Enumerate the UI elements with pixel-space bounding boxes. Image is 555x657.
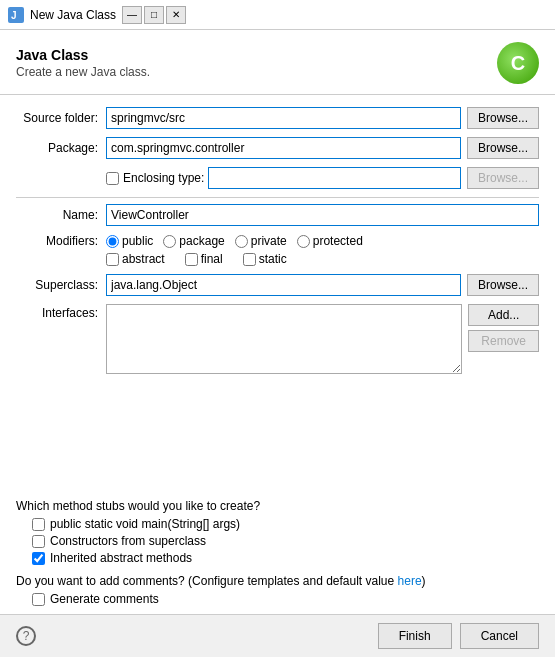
superclass-row: Superclass: Browse... xyxy=(16,274,539,296)
modifier-static[interactable]: static xyxy=(243,252,287,266)
help-button[interactable]: ? xyxy=(16,626,36,646)
spring-logo: C xyxy=(497,42,539,84)
dialog-content: Java Class Create a new Java class. C So… xyxy=(0,30,555,614)
close-button[interactable]: ✕ xyxy=(166,6,186,24)
footer-buttons: Finish Cancel xyxy=(378,623,539,649)
modifiers-options: public package private protected xyxy=(106,234,363,248)
title-bar-controls: — □ ✕ xyxy=(122,6,186,24)
enclosing-type-checkbox[interactable] xyxy=(106,172,119,185)
modifier-static-checkbox[interactable] xyxy=(243,253,256,266)
maximize-button[interactable]: □ xyxy=(144,6,164,24)
method-stubs-section: Which method stubs would you like to cre… xyxy=(0,499,555,574)
interfaces-row: Interfaces: Add... Remove xyxy=(16,304,539,374)
method-stub-constructors-label: Constructors from superclass xyxy=(50,534,206,548)
superclass-input[interactable] xyxy=(106,274,461,296)
finish-button[interactable]: Finish xyxy=(378,623,452,649)
enclosing-type-label: Enclosing type: xyxy=(123,171,204,185)
modifier-final-checkbox[interactable] xyxy=(185,253,198,266)
method-stub-inherited: Inherited abstract methods xyxy=(16,551,539,565)
enclosing-type-row: Enclosing type: Browse... xyxy=(16,167,539,189)
modifier-private-label: private xyxy=(251,234,287,248)
modifier-public-radio[interactable] xyxy=(106,235,119,248)
method-stub-main: public static void main(String[] args) xyxy=(16,517,539,531)
interfaces-label: Interfaces: xyxy=(16,304,106,374)
header-section: Java Class Create a new Java class. C xyxy=(0,30,555,95)
modifier-public-label: public xyxy=(122,234,153,248)
modifier-final-label: final xyxy=(201,252,223,266)
source-folder-row: Source folder: Browse... xyxy=(16,107,539,129)
enclosing-type-input[interactable] xyxy=(208,167,461,189)
modifier-protected[interactable]: protected xyxy=(297,234,363,248)
method-stub-constructors-checkbox[interactable] xyxy=(32,535,45,548)
modifier-protected-label: protected xyxy=(313,234,363,248)
package-input[interactable] xyxy=(106,137,461,159)
modifier-package-radio[interactable] xyxy=(163,235,176,248)
generate-comments-checkbox[interactable] xyxy=(32,593,45,606)
form-section: Source folder: Browse... Package: Browse… xyxy=(0,95,555,499)
modifier-static-label: static xyxy=(259,252,287,266)
method-stub-main-checkbox[interactable] xyxy=(32,518,45,531)
modifier-protected-radio[interactable] xyxy=(297,235,310,248)
comments-question: Do you want to add comments? (Configure … xyxy=(16,574,398,588)
title-bar: J New Java Class — □ ✕ xyxy=(0,0,555,30)
header-title: Java Class xyxy=(16,47,150,63)
source-folder-browse-button[interactable]: Browse... xyxy=(467,107,539,129)
superclass-browse-button[interactable]: Browse... xyxy=(467,274,539,296)
method-stub-main-label: public static void main(String[] args) xyxy=(50,517,240,531)
method-stub-inherited-label: Inherited abstract methods xyxy=(50,551,192,565)
modifier-private-radio[interactable] xyxy=(235,235,248,248)
svg-text:J: J xyxy=(11,10,17,21)
generate-comments-label: Generate comments xyxy=(50,592,159,606)
package-row: Package: Browse... xyxy=(16,137,539,159)
interfaces-add-button[interactable]: Add... xyxy=(468,304,539,326)
method-stubs-question: Which method stubs would you like to cre… xyxy=(16,499,539,513)
header-subtitle: Create a new Java class. xyxy=(16,65,150,79)
cancel-button[interactable]: Cancel xyxy=(460,623,539,649)
name-row: Name: xyxy=(16,204,539,226)
modifier-private[interactable]: private xyxy=(235,234,287,248)
source-folder-label: Source folder: xyxy=(16,111,106,125)
method-stub-constructors: Constructors from superclass xyxy=(16,534,539,548)
enclosing-type-browse-button[interactable]: Browse... xyxy=(467,167,539,189)
modifiers-label: Modifiers: xyxy=(16,234,106,248)
source-folder-input[interactable] xyxy=(106,107,461,129)
interfaces-remove-button[interactable]: Remove xyxy=(468,330,539,352)
modifier-abstract[interactable]: abstract xyxy=(106,252,165,266)
name-input[interactable] xyxy=(106,204,539,226)
modifier-final[interactable]: final xyxy=(185,252,223,266)
modifier-package[interactable]: package xyxy=(163,234,224,248)
java-icon: J xyxy=(8,7,24,23)
header-text: Java Class Create a new Java class. xyxy=(16,47,150,79)
modifiers-row: Modifiers: public package private protec… xyxy=(16,234,539,248)
interfaces-buttons: Add... Remove xyxy=(468,304,539,374)
method-stub-inherited-checkbox[interactable] xyxy=(32,552,45,565)
modifier-abstract-label: abstract xyxy=(122,252,165,266)
package-label: Package: xyxy=(16,141,106,155)
modifier-public[interactable]: public xyxy=(106,234,153,248)
comments-link[interactable]: here xyxy=(398,574,422,588)
comments-section: Do you want to add comments? (Configure … xyxy=(0,574,555,614)
footer: ? Finish Cancel xyxy=(0,614,555,657)
package-browse-button[interactable]: Browse... xyxy=(467,137,539,159)
modifiers-row2: abstract final static xyxy=(16,252,539,266)
modifiers-extra-options: abstract final static xyxy=(106,252,297,266)
minimize-button[interactable]: — xyxy=(122,6,142,24)
interfaces-textarea[interactable] xyxy=(106,304,462,374)
modifier-package-label: package xyxy=(179,234,224,248)
comments-text: Do you want to add comments? (Configure … xyxy=(16,574,539,588)
modifier-abstract-checkbox[interactable] xyxy=(106,253,119,266)
comments-checkbox-row: Generate comments xyxy=(16,592,539,606)
name-label: Name: xyxy=(16,208,106,222)
title-bar-text: New Java Class xyxy=(30,8,116,22)
comments-after-link: ) xyxy=(422,574,426,588)
superclass-label: Superclass: xyxy=(16,278,106,292)
